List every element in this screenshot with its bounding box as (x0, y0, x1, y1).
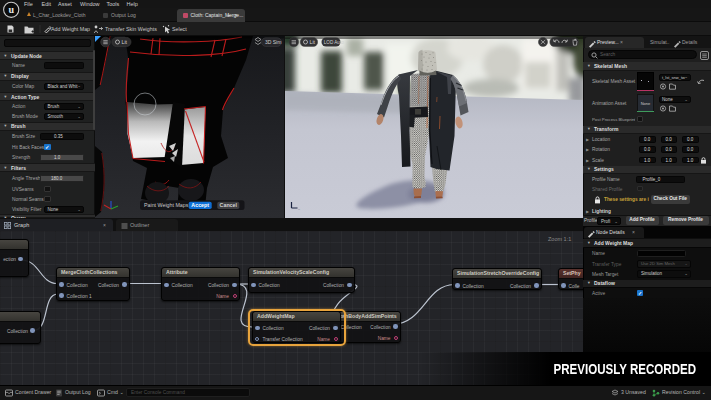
svg-text:Paint Weight Maps: Paint Weight Maps (144, 202, 189, 208)
svg-text:3D Sim: 3D Sim (265, 39, 281, 45)
svg-text:LOD Auto: LOD Auto (324, 40, 344, 45)
svg-text:u: u (8, 4, 14, 15)
svg-text:Accept: Accept (191, 202, 209, 208)
svg-text:Lit: Lit (122, 39, 128, 45)
svg-text:Lit: Lit (310, 39, 316, 45)
svg-text:..: .. (298, 206, 300, 211)
svg-text:Cancel: Cancel (220, 202, 238, 208)
